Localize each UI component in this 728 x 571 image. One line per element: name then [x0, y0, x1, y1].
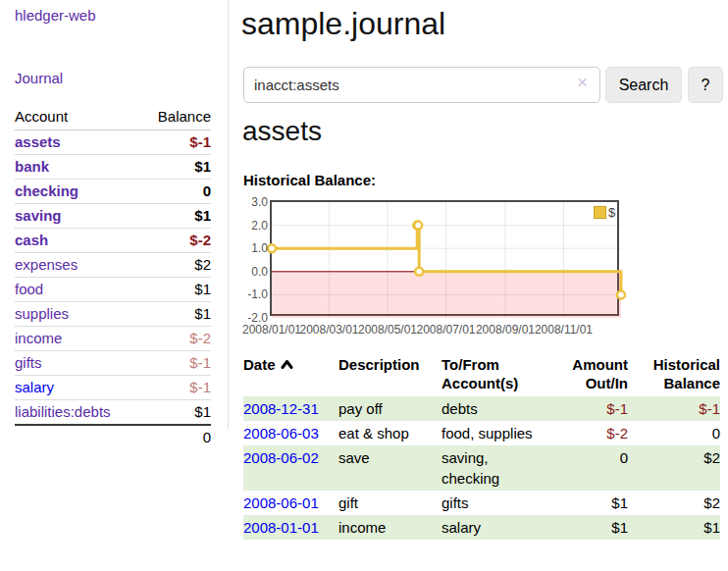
sidebar: hledger-web Journal Account Balance asse…: [0, 0, 229, 429]
txn-balance: $1: [628, 515, 720, 540]
txn-amount: $-1: [540, 396, 628, 421]
account-link-checking[interactable]: checking: [15, 182, 78, 199]
account-balance: $-1: [141, 351, 211, 376]
txn-description: pay off: [338, 396, 442, 421]
account-balance: $-2: [141, 229, 211, 253]
y-axis-tick-label: 2.0: [235, 218, 268, 234]
legend-swatch-icon: [594, 206, 606, 219]
txn-date-link[interactable]: 2008-06-03: [243, 425, 319, 441]
account-balance: 0: [141, 180, 211, 204]
account-link-food[interactable]: food: [15, 281, 43, 297]
account-row: supplies $1: [15, 302, 211, 327]
search-input[interactable]: [243, 67, 600, 103]
account-row: expenses $2: [15, 253, 211, 278]
account-row: food $1: [15, 278, 211, 302]
y-axis-tick-label: 0.0: [235, 264, 268, 280]
txn-accounts: salary: [442, 515, 540, 540]
col-date[interactable]: Date: [243, 355, 338, 396]
account-link-salary[interactable]: salary: [15, 379, 54, 395]
account-row: liabilities:debts $1: [15, 400, 211, 426]
account-balance: $2: [141, 253, 211, 278]
y-axis-tick-label: 3.0: [235, 194, 268, 210]
app-brand-link[interactable]: hledger-web: [15, 7, 96, 24]
txn-amount: 0: [540, 445, 628, 491]
txn-description: income: [338, 515, 442, 540]
txn-balance: $-1: [628, 396, 720, 421]
account-row: income $-2: [15, 327, 211, 351]
accounts-table-header: Account Balance: [15, 104, 211, 130]
txn-balance: $2: [628, 491, 720, 515]
page-title: sample.journal: [241, 6, 445, 42]
chart-title: Historical Balance:: [243, 172, 376, 188]
txn-date-link[interactable]: 2008-06-02: [243, 449, 319, 466]
historical-balance-chart: $ 3.02.01.00.0-1.0-2.02008/01/012008/03/…: [235, 194, 728, 341]
legend-label: $: [608, 205, 615, 220]
accounts-col-balance: Balance: [141, 104, 211, 130]
col-description: Description: [338, 355, 442, 396]
account-row: bank $1: [15, 155, 211, 180]
account-link-assets[interactable]: assets: [15, 133, 61, 150]
accounts-total-row: 0: [15, 425, 211, 449]
txn-date-link[interactable]: 2008-06-01: [243, 494, 319, 511]
txn-date-link[interactable]: 2008-12-31: [243, 400, 319, 417]
txn-description: eat & shop: [338, 421, 442, 445]
account-row: saving $1: [15, 204, 211, 229]
search-button[interactable]: Search: [605, 67, 682, 103]
account-link-expenses[interactable]: expenses: [15, 256, 78, 273]
account-balance: $1: [141, 302, 211, 327]
txn-amount: $1: [540, 515, 628, 540]
account-row: cash $-2: [15, 229, 211, 253]
register-row: 2008-06-01 gift gifts $1 $2: [243, 491, 720, 515]
txn-accounts: gifts: [442, 491, 540, 515]
account-row: assets $-1: [15, 130, 211, 155]
txn-accounts: saving, checking: [442, 445, 540, 491]
txn-accounts: debts: [442, 396, 540, 421]
register-row: 2008-06-02 save saving, checking 0 $2: [243, 445, 720, 491]
txn-amount: $-2: [540, 421, 628, 445]
accounts-col-account: Account: [15, 104, 141, 130]
chart-legend: $: [594, 205, 615, 220]
chart-plot-area[interactable]: [270, 200, 619, 316]
account-link-saving[interactable]: saving: [15, 207, 62, 224]
txn-accounts: food, supplies: [442, 421, 540, 445]
txn-balance: $2: [628, 445, 720, 491]
account-heading: assets: [242, 116, 322, 147]
account-row: gifts $-1: [15, 351, 211, 376]
y-axis-tick-label: -1.0: [235, 286, 268, 302]
sidebar-item-journal[interactable]: Journal: [15, 70, 63, 86]
register-table: Date Description To/From Account(s) Amou…: [243, 355, 720, 540]
txn-description: gift: [338, 491, 442, 515]
account-balance: $-2: [141, 327, 211, 351]
txn-date-link[interactable]: 2008-01-01: [243, 519, 319, 536]
txn-description: save: [338, 445, 442, 491]
account-balance: $1: [141, 400, 211, 426]
accounts-table: Account Balance assets $-1 bank $1 check…: [15, 104, 211, 449]
account-row: checking 0: [15, 180, 211, 204]
account-balance: $1: [141, 278, 211, 302]
accounts-total-value: 0: [141, 425, 211, 449]
col-amount-outin: Amount Out/In: [540, 355, 628, 396]
txn-balance: 0: [628, 421, 720, 445]
clear-search-icon[interactable]: ×: [577, 73, 588, 91]
col-tofrom-accounts: To/From Account(s): [442, 355, 540, 396]
help-button[interactable]: ?: [688, 67, 723, 103]
account-balance: $-1: [141, 130, 211, 155]
register-row: 2008-06-03 eat & shop food, supplies $-2…: [243, 421, 720, 445]
account-balance: $1: [141, 155, 211, 180]
txn-amount: $1: [540, 491, 628, 515]
sort-ascending-icon: [281, 359, 293, 369]
account-link-bank[interactable]: bank: [15, 158, 49, 175]
register-row: 2008-01-01 income salary $1 $1: [243, 515, 720, 540]
x-axis-tick-label: 2008/11/01: [524, 323, 602, 337]
account-balance: $-1: [141, 376, 211, 400]
account-link-income[interactable]: income: [15, 330, 62, 346]
register-header-row: Date Description To/From Account(s) Amou…: [243, 355, 720, 396]
y-axis-tick-label: 1.0: [235, 240, 268, 256]
register-row: 2008-12-31 pay off debts $-1 $-1: [243, 396, 720, 421]
account-link-supplies[interactable]: supplies: [15, 305, 69, 322]
account-row: salary $-1: [15, 376, 211, 400]
col-historical-balance: Historical Balance: [628, 355, 720, 396]
account-link-liabilities-debts[interactable]: liabilities:debts: [15, 403, 111, 420]
account-link-gifts[interactable]: gifts: [15, 354, 42, 371]
account-link-cash[interactable]: cash: [15, 232, 48, 248]
